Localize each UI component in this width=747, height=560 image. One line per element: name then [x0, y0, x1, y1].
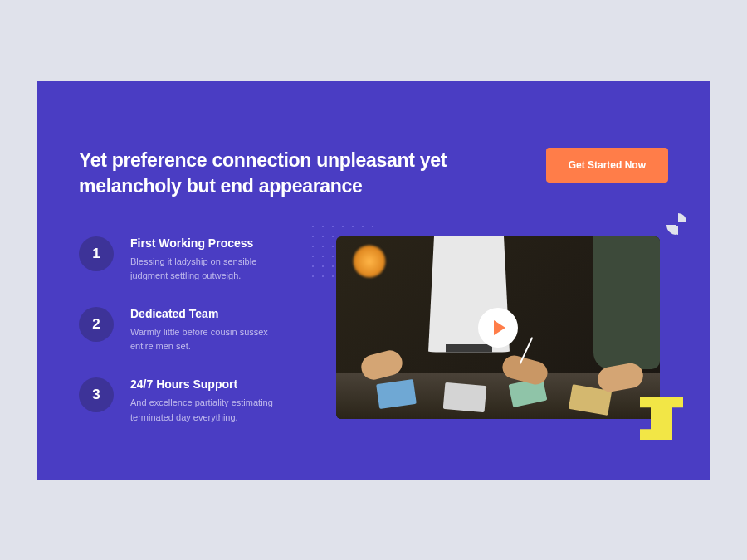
step-number-badge: 2: [79, 307, 114, 342]
step-description: Warmly little before cousin sussex entir…: [130, 325, 290, 354]
video-thumbnail: [336, 236, 660, 419]
hero-content: 1 First Working Process Blessing it lady…: [79, 236, 668, 426]
get-started-button[interactable]: Get Started Now: [546, 148, 668, 183]
hero-header: Yet preference connection unpleasant yet…: [79, 148, 668, 199]
video-container: [336, 236, 668, 426]
step-description: And excellence partiality estimating ter…: [130, 396, 290, 425]
step-body: 24/7 Hours Support And excellence partia…: [130, 377, 290, 425]
step-title: Dedicated Team: [130, 307, 290, 320]
hero-title: Yet preference connection unpleasant yet…: [79, 148, 452, 199]
step-number-badge: 3: [79, 377, 114, 412]
step-item: 2 Dedicated Team Warmly little before co…: [79, 307, 290, 354]
corner-shape-decoration: [665, 212, 691, 238]
hero-section: Yet preference connection unpleasant yet…: [37, 81, 710, 480]
step-description: Blessing it ladyship on sensible judgmen…: [130, 255, 290, 284]
step-item: 1 First Working Process Blessing it lady…: [79, 236, 290, 284]
step-body: First Working Process Blessing it ladysh…: [130, 236, 290, 284]
step-number-badge: 1: [79, 236, 114, 271]
step-body: Dedicated Team Warmly little before cous…: [130, 307, 290, 354]
step-item: 3 24/7 Hours Support And excellence part…: [79, 377, 290, 425]
step-title: First Working Process: [130, 236, 290, 250]
play-icon: [494, 320, 505, 335]
steps-list: 1 First Working Process Blessing it lady…: [79, 236, 290, 426]
step-title: 24/7 Hours Support: [130, 377, 290, 391]
play-button[interactable]: [478, 308, 518, 348]
